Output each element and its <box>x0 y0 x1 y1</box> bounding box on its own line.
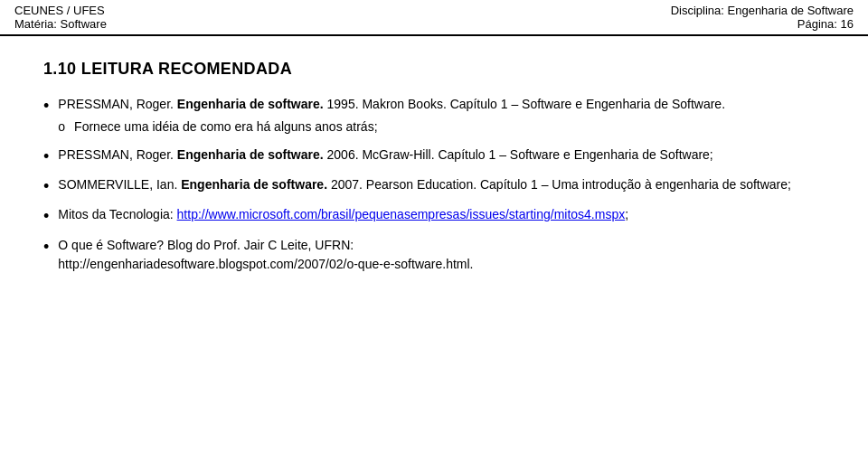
item-content: SOMMERVILLE, Ian. Engenharia de software… <box>58 175 825 194</box>
institution: CEUNES / UFES <box>14 4 107 17</box>
item2-bold: Engenharia de software. <box>177 147 324 162</box>
page-line: Página: 16 <box>671 17 854 31</box>
discipline-value: Engenharia de Software <box>728 4 854 17</box>
subject-value: Software <box>61 17 107 31</box>
list-item: • Mitos da Tecnologia: http://www.micros… <box>43 205 825 228</box>
page-label: Página: <box>797 17 837 31</box>
header: CEUNES / UFES Matéria: Software Discipli… <box>0 0 868 36</box>
item5-text: O que é Software? Blog do Prof. Jair C L… <box>58 238 354 252</box>
bullet-icon: • <box>43 236 49 259</box>
header-right: Disciplina: Engenharia de Software Págin… <box>671 4 854 31</box>
list-item: • PRESSMAN, Roger. Engenharia de softwar… <box>43 95 825 138</box>
sub-bullet-icon: o <box>58 118 65 136</box>
list-item: • PRESSMAN, Roger. Engenharia de softwar… <box>43 146 825 168</box>
bullet-icon: • <box>43 95 49 118</box>
subject-line: Matéria: Software <box>14 17 107 31</box>
bullet-icon: • <box>43 205 49 228</box>
item1-text: PRESSMAN, Roger. Engenharia de software.… <box>58 97 725 111</box>
item4-text: Mitos da Tecnologia: http://www.microsof… <box>58 207 628 221</box>
item5-url: http://engenhariadesoftware.blogspot.com… <box>58 257 473 271</box>
item3-text: SOMMERVILLE, Ian. Engenharia de software… <box>58 177 791 192</box>
discipline-label: Disciplina: <box>671 4 724 17</box>
microsoft-link[interactable]: http://www.microsoft.com/brasil/pequenas… <box>177 207 626 221</box>
bullet-icon: • <box>43 146 49 168</box>
item2-text: PRESSMAN, Roger. Engenharia de software.… <box>58 147 712 162</box>
item1-bold: Engenharia de software. <box>177 97 324 111</box>
section-number: 1.10 <box>43 60 76 78</box>
list-item: • O que é Software? Blog do Prof. Jair C… <box>43 236 825 274</box>
discipline-line: Disciplina: Engenharia de Software <box>671 4 854 17</box>
item3-bold: Engenharia de software. <box>181 177 327 192</box>
bullet-icon: • <box>43 175 49 198</box>
item-content: Mitos da Tecnologia: http://www.microsof… <box>58 205 825 224</box>
reading-list: • PRESSMAN, Roger. Engenharia de softwar… <box>43 95 825 274</box>
item-content: PRESSMAN, Roger. Engenharia de software.… <box>58 95 825 138</box>
content: 1.10 Leitura Recomendada • PRESSMAN, Rog… <box>0 36 868 296</box>
section-title: 1.10 Leitura Recomendada <box>43 60 825 79</box>
header-left: CEUNES / UFES Matéria: Software <box>14 4 107 31</box>
sub-list: o Fornece uma idéia de como era há algun… <box>58 118 825 136</box>
list-item: • SOMMERVILLE, Ian. Engenharia de softwa… <box>43 175 825 198</box>
sub-list-item: o Fornece uma idéia de como era há algun… <box>58 118 825 136</box>
item-content: PRESSMAN, Roger. Engenharia de software.… <box>58 146 825 165</box>
item-content: O que é Software? Blog do Prof. Jair C L… <box>58 236 825 274</box>
subject-label: Matéria: <box>14 17 57 31</box>
sub-item-text: Fornece uma idéia de como era há alguns … <box>74 118 377 136</box>
section-title-text: Leitura Recomendada <box>81 60 292 78</box>
page-number: 16 <box>841 17 854 31</box>
